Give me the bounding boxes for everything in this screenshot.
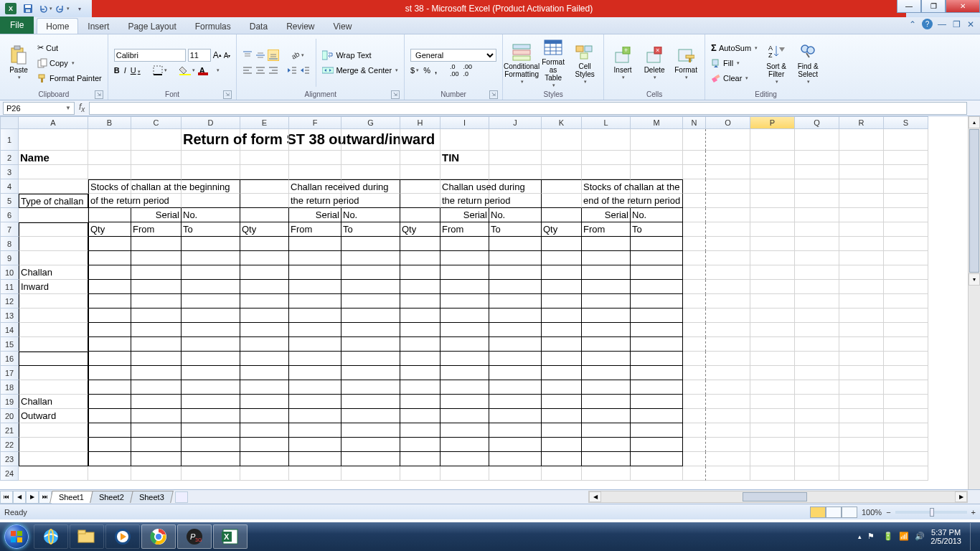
cell[interactable] <box>240 438 289 452</box>
cell[interactable] <box>400 409 440 423</box>
cell[interactable]: Qty <box>400 222 440 237</box>
cell[interactable] <box>19 222 88 237</box>
cell[interactable] <box>88 251 131 265</box>
cell[interactable] <box>489 194 542 208</box>
cell[interactable] <box>489 265 542 280</box>
cell[interactable] <box>884 409 928 423</box>
cell[interactable] <box>341 129 400 151</box>
font-size-select[interactable] <box>188 49 211 62</box>
cell[interactable] <box>131 366 182 380</box>
align-center-button[interactable] <box>255 65 265 75</box>
cell[interactable] <box>289 452 341 466</box>
cell[interactable] <box>341 352 400 366</box>
cell[interactable] <box>489 309 542 323</box>
tab-file[interactable]: File <box>0 17 34 34</box>
workbook-close[interactable]: ✕ <box>966 19 976 29</box>
cell[interactable] <box>750 309 795 323</box>
column-header[interactable]: H <box>400 116 440 129</box>
cell[interactable] <box>182 323 240 337</box>
cell[interactable] <box>240 452 289 466</box>
cell[interactable] <box>182 151 240 165</box>
cell[interactable] <box>131 151 182 165</box>
cell[interactable] <box>795 323 839 337</box>
column-header[interactable]: Q <box>795 116 839 129</box>
paste-button[interactable]: Paste <box>4 36 33 90</box>
cell[interactable] <box>542 265 582 280</box>
cell[interactable] <box>289 380 341 395</box>
cell[interactable] <box>750 280 795 294</box>
cell[interactable] <box>631 294 683 309</box>
cell[interactable] <box>582 251 631 265</box>
taskbar-explorer[interactable] <box>70 524 104 549</box>
cell[interactable] <box>182 352 240 366</box>
cell[interactable] <box>400 129 440 151</box>
cell[interactable] <box>706 265 750 280</box>
cell[interactable] <box>440 409 489 423</box>
cell[interactable] <box>289 129 341 151</box>
cell[interactable] <box>19 208 88 222</box>
cell[interactable]: From <box>582 222 631 237</box>
cell[interactable] <box>88 337 131 352</box>
cell[interactable] <box>341 337 400 352</box>
cell[interactable] <box>884 222 928 237</box>
qat-redo-button[interactable] <box>55 1 70 16</box>
cell[interactable]: From <box>440 222 489 237</box>
cell[interactable] <box>19 452 88 466</box>
cell[interactable] <box>400 151 440 165</box>
cell[interactable] <box>839 380 884 395</box>
cell[interactable] <box>750 237 795 251</box>
cell[interactable] <box>582 395 631 409</box>
cell[interactable] <box>706 423 750 438</box>
cell[interactable] <box>182 237 240 251</box>
cell[interactable] <box>489 438 542 452</box>
cell[interactable] <box>489 380 542 395</box>
cell[interactable] <box>839 452 884 466</box>
cell[interactable] <box>440 466 489 481</box>
cell[interactable] <box>683 438 706 452</box>
row-header[interactable]: 8 <box>0 237 19 251</box>
cell[interactable] <box>289 165 341 179</box>
cell[interactable] <box>289 395 341 409</box>
cell[interactable] <box>683 251 706 265</box>
cell[interactable] <box>706 337 750 352</box>
cell[interactable] <box>240 194 289 208</box>
cell[interactable] <box>182 179 240 194</box>
autosum-button[interactable]: ΣAutoSum <box>710 41 759 55</box>
tab-formulas[interactable]: Formulas <box>186 18 240 34</box>
tab-data[interactable]: Data <box>240 18 277 34</box>
cell[interactable] <box>19 294 88 309</box>
cell[interactable] <box>88 151 131 165</box>
cell[interactable] <box>750 352 795 366</box>
cell[interactable] <box>400 452 440 466</box>
cell[interactable] <box>542 280 582 294</box>
sort-filter-button[interactable]: AZSort &Filter <box>762 36 791 90</box>
cell[interactable] <box>240 179 289 194</box>
row-header[interactable]: 10 <box>0 265 19 280</box>
cell[interactable] <box>489 129 542 151</box>
cell[interactable]: No. <box>631 208 683 222</box>
row-header[interactable]: 6 <box>0 208 19 222</box>
tray-show-hidden-icon[interactable]: ▴ <box>858 533 862 540</box>
row-header[interactable]: 13 <box>0 309 19 323</box>
cell[interactable] <box>839 409 884 423</box>
format-painter-button[interactable]: Format Painter <box>36 71 103 85</box>
cell[interactable] <box>341 179 400 194</box>
cell[interactable] <box>884 294 928 309</box>
font-color-button[interactable]: A <box>199 66 220 75</box>
cell[interactable] <box>88 237 131 251</box>
cell[interactable] <box>240 337 289 352</box>
cell[interactable] <box>289 438 341 452</box>
cell[interactable] <box>240 309 289 323</box>
cell[interactable] <box>440 265 489 280</box>
cell[interactable] <box>182 280 240 294</box>
cell[interactable] <box>182 337 240 352</box>
column-header[interactable]: G <box>341 116 400 129</box>
format-as-table-button[interactable]: Formatas Table <box>539 36 567 90</box>
cell[interactable] <box>750 179 795 194</box>
tab-review[interactable]: Review <box>277 18 324 34</box>
cell[interactable] <box>542 179 582 194</box>
delete-cells-button[interactable]: ×Delete <box>640 36 669 90</box>
cell[interactable]: From <box>131 222 182 237</box>
cell[interactable] <box>631 337 683 352</box>
cell[interactable] <box>88 423 131 438</box>
